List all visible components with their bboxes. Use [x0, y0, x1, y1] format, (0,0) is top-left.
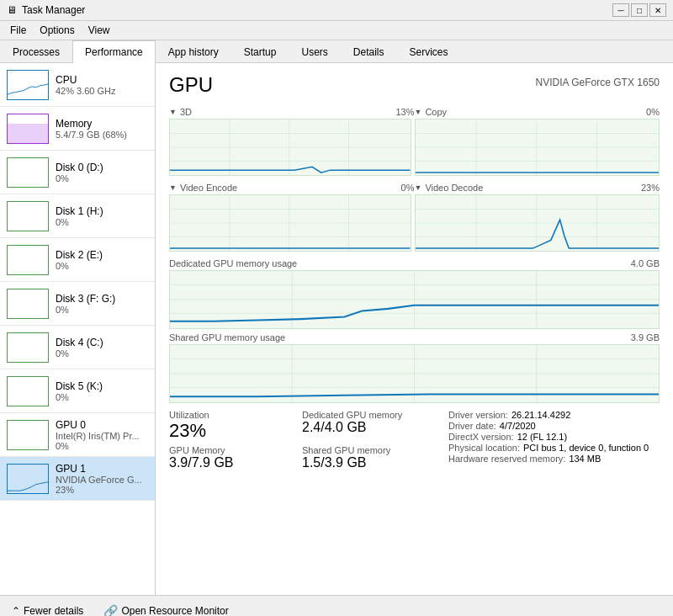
tab-users[interactable]: Users — [289, 40, 340, 63]
shared-gpu-label: Shared GPU memory — [302, 445, 421, 455]
gpu1-value: 23% — [56, 485, 148, 495]
disk5-info: Disk 5 (K:) 0% — [56, 380, 148, 402]
cpu-label: CPU — [56, 74, 148, 86]
chevron-down-icon-copy: ▼ — [415, 108, 422, 116]
app-icon: 🖥 — [7, 4, 17, 16]
sidebar-item-gpu1[interactable]: GPU 1 NVIDIA GeForce G... 23% — [0, 457, 155, 501]
directx-row: DirectX version: 12 (FL 12.1) — [448, 432, 649, 442]
disk3-detail: 0% — [56, 305, 148, 315]
minimize-button[interactable]: ─ — [612, 3, 629, 17]
dedicated-gpu-label: Dedicated GPU memory — [302, 410, 421, 420]
sidebar-item-gpu0[interactable]: GPU 0 Intel(R) Iris(TM) Pr... 0% — [0, 413, 155, 457]
tab-processes[interactable]: Processes — [0, 40, 72, 63]
directx-key: DirectX version: — [448, 432, 514, 442]
content-area: GPU NVIDIA GeForce GTX 1650 ▼ 3D 13% — [156, 63, 673, 595]
cpu-mini-chart — [7, 70, 49, 100]
chart-encode-value: 0% — [401, 183, 415, 193]
physical-location-row: Physical location: PCI bus 1, device 0, … — [448, 443, 649, 453]
physical-location-key: Physical location: — [448, 443, 520, 453]
tab-startup[interactable]: Startup — [231, 40, 289, 63]
driver-version-row: Driver version: 26.21.14.4292 — [448, 410, 649, 420]
driver-date-key: Driver date: — [448, 421, 496, 431]
disk0-detail: 0% — [56, 173, 148, 183]
driver-date-val: 4/7/2020 — [500, 421, 536, 431]
disk1-mini-chart — [7, 201, 49, 231]
chart-copy-label: Copy — [425, 107, 447, 117]
chart-copy-box — [415, 119, 660, 176]
gpu1-detail: NVIDIA GeForce G... — [56, 475, 148, 485]
open-resource-monitor-button[interactable]: 🔗 Open Resource Monitor — [100, 603, 231, 617]
dedicated-memory-section: Dedicated GPU memory usage 4.0 GB — [169, 258, 660, 329]
tab-performance[interactable]: Performance — [72, 40, 156, 63]
chevron-up-icon: ⌃ — [12, 605, 20, 617]
shared-label: Shared GPU memory usage — [169, 332, 285, 343]
stats-info-section: Utilization 23% Dedicated GPU memory 2.4… — [169, 410, 660, 470]
disk2-info: Disk 2 (E:) 0% — [56, 249, 148, 271]
chart-encode-label-row: ▼ Video Encode 0% — [169, 183, 415, 193]
chart-3d-label: 3D — [180, 107, 192, 117]
memory-detail: 5.4/7.9 GB (68%) — [56, 130, 148, 140]
window-title: Task Manager — [22, 4, 85, 16]
sidebar-item-disk0[interactable]: Disk 0 (D:) 0% — [0, 151, 155, 194]
disk0-label: Disk 0 (D:) — [56, 162, 148, 173]
tab-services[interactable]: Services — [397, 40, 461, 63]
chart-copy-label-row: ▼ Copy 0% — [415, 107, 660, 117]
sidebar-item-disk1[interactable]: Disk 1 (H:) 0% — [0, 194, 155, 238]
maximize-button[interactable]: □ — [631, 3, 648, 17]
memory-info: Memory 5.4/7.9 GB (68%) — [56, 118, 148, 140]
disk2-detail: 0% — [56, 261, 148, 271]
disk3-mini-chart — [7, 289, 49, 319]
disk3-label: Disk 3 (F: G:) — [56, 293, 148, 305]
footer: ⌃ Fewer details 🔗 Open Resource Monitor — [0, 595, 673, 616]
sidebar-item-memory[interactable]: Memory 5.4/7.9 GB (68%) — [0, 107, 155, 151]
sidebar-item-disk3[interactable]: Disk 3 (F: G:) 0% — [0, 282, 155, 326]
chart-decode-value: 23% — [641, 183, 660, 193]
gpu-memory-value: 3.9/7.9 GB — [169, 455, 289, 470]
shared-max: 3.9 GB — [631, 332, 660, 343]
sidebar-item-disk5[interactable]: Disk 5 (K:) 0% — [0, 369, 155, 413]
utilization-value: 23% — [169, 420, 289, 442]
shared-gpu-value: 1.5/3.9 GB — [302, 455, 421, 470]
fewer-details-label: Fewer details — [24, 605, 83, 617]
sidebar-item-cpu[interactable]: CPU 42% 3.60 GHz — [0, 63, 155, 107]
close-button[interactable]: ✕ — [649, 3, 666, 17]
hardware-reserved-val: 134 MB — [569, 454, 601, 464]
disk5-mini-chart — [7, 376, 49, 406]
tab-details[interactable]: Details — [341, 40, 397, 63]
disk5-label: Disk 5 (K:) — [56, 380, 148, 392]
main-content: CPU 42% 3.60 GHz Memory 5.4/7.9 GB (68%)… — [0, 63, 673, 595]
tab-app-history[interactable]: App history — [156, 40, 231, 63]
shared-gpu-block: Shared GPU memory 1.5/3.9 GB — [302, 445, 421, 470]
menu-options[interactable]: Options — [33, 23, 81, 38]
dedicated-label-row: Dedicated GPU memory usage 4.0 GB — [169, 258, 660, 268]
directx-val: 12 (FL 12.1) — [517, 432, 568, 442]
chart-copy-value: 0% — [646, 107, 660, 117]
hardware-reserved-row: Hardware reserved memory: 134 MB — [448, 454, 649, 464]
chart-3d-box — [169, 119, 411, 176]
fewer-details-button[interactable]: ⌃ Fewer details — [8, 603, 87, 617]
menu-view[interactable]: View — [82, 23, 117, 38]
sidebar-item-disk4[interactable]: Disk 4 (C:) 0% — [0, 326, 155, 369]
gpu-memory-block: GPU Memory 3.9/7.9 GB — [169, 445, 289, 470]
disk0-info: Disk 0 (D:) 0% — [56, 162, 148, 183]
disk2-label: Disk 2 (E:) — [56, 249, 148, 261]
disk1-info: Disk 1 (H:) 0% — [56, 205, 148, 227]
menu-file[interactable]: File — [3, 23, 33, 38]
memory-mini-chart — [7, 114, 49, 144]
chart-decode-box — [415, 194, 660, 252]
dedicated-label: Dedicated GPU memory usage — [169, 258, 297, 268]
gpu0-label: GPU 0 — [56, 419, 148, 431]
dedicated-max: 4.0 GB — [631, 258, 660, 268]
chart-3d-label-row: ▼ 3D 13% — [169, 107, 415, 117]
driver-version-key: Driver version: — [448, 410, 508, 420]
dedicated-gpu-block: Dedicated GPU memory 2.4/4.0 GB — [302, 410, 421, 442]
chart-encode-label: Video Encode — [180, 183, 237, 193]
dedicated-gpu-value: 2.4/4.0 GB — [302, 420, 421, 435]
sidebar: CPU 42% 3.60 GHz Memory 5.4/7.9 GB (68%)… — [0, 63, 156, 595]
chevron-down-icon-3d: ▼ — [169, 108, 177, 116]
chart-3d-value: 13% — [395, 107, 414, 117]
disk3-info: Disk 3 (F: G:) 0% — [56, 293, 148, 315]
chart-encode-box — [169, 194, 411, 252]
sidebar-item-disk2[interactable]: Disk 2 (E:) 0% — [0, 238, 155, 282]
disk4-mini-chart — [7, 332, 49, 363]
